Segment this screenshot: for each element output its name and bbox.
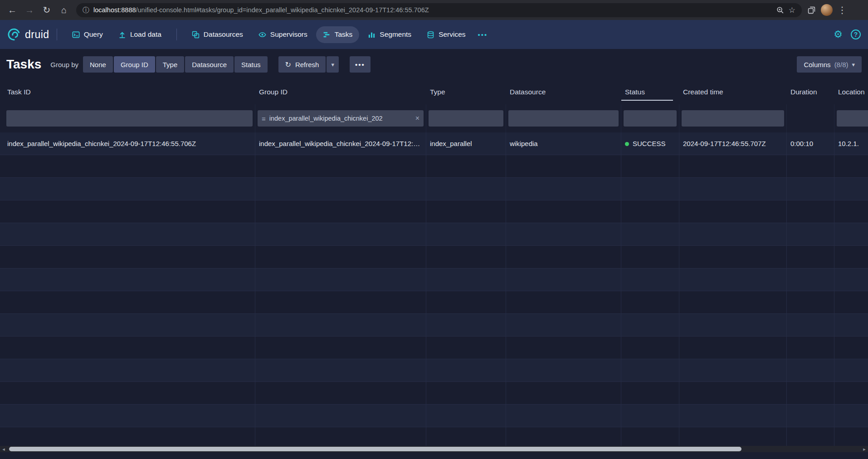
group-by-label: Group by (50, 61, 78, 68)
settings-gear-icon[interactable]: ⚙ (834, 29, 843, 40)
column-header-type[interactable]: Type (426, 80, 506, 104)
empty-cell (787, 427, 834, 446)
empty-cell (679, 291, 787, 313)
column-header-status[interactable]: Status (621, 80, 679, 104)
horizontal-scrollbar[interactable]: ◂ ▸ (0, 446, 868, 452)
group-by-group-id-button[interactable]: Group ID (114, 56, 155, 73)
group-by-type-button[interactable]: Type (156, 56, 185, 73)
cell-type[interactable]: index_parallel (426, 132, 506, 155)
profile-avatar[interactable] (821, 4, 833, 16)
home-icon[interactable]: ⌂ (56, 2, 72, 18)
column-header-created-time[interactable]: Created time (679, 80, 787, 104)
forward-icon[interactable]: → (22, 2, 37, 18)
column-header-location[interactable]: Location (834, 80, 868, 104)
task-row[interactable]: index_parallel_wikipedia_chicnkei_2024-0… (0, 132, 868, 155)
empty-cell (787, 359, 834, 381)
filter-cell (506, 104, 621, 132)
empty-row (0, 178, 868, 200)
empty-cell (506, 223, 621, 245)
refresh-icon: ↻ (285, 60, 291, 69)
empty-cell (679, 359, 787, 381)
nav-item-segments[interactable]: Segments (361, 26, 418, 43)
empty-cell (506, 200, 621, 223)
group-by-datasource-button[interactable]: Datasource (185, 56, 234, 73)
zoom-icon[interactable] (776, 6, 784, 14)
nav-item-services[interactable]: Services (420, 26, 472, 43)
database-icon (427, 31, 434, 39)
columns-label: Columns (804, 61, 830, 68)
cell-task-id[interactable]: index_parallel_wikipedia_chicnkei_2024-0… (0, 132, 255, 155)
status-filter-input[interactable] (624, 110, 677, 127)
created-time-filter-input[interactable] (682, 110, 784, 127)
nav-item-query[interactable]: Query (65, 26, 110, 43)
empty-cell (787, 223, 834, 245)
empty-cell (506, 405, 621, 427)
empty-cell (621, 291, 679, 313)
nav-more-icon[interactable]: ••• (473, 26, 493, 43)
table-header-row: Task ID Group ID Type Datasource Status … (0, 80, 868, 104)
bookmark-star-icon[interactable]: ☆ (789, 5, 795, 15)
type-filter-input[interactable] (429, 110, 503, 127)
nav-item-load-data[interactable]: Load data (112, 26, 168, 43)
empty-cell (426, 337, 506, 359)
column-header-datasource[interactable]: Datasource (506, 80, 621, 104)
group-by-status-button[interactable]: Status (234, 56, 268, 73)
group-by-none-button[interactable]: None (83, 56, 113, 73)
refresh-button[interactable]: ↻Refresh (278, 56, 326, 73)
scroll-left-icon[interactable]: ◂ (0, 446, 7, 452)
empty-cell (426, 382, 506, 404)
columns-button[interactable]: Columns (8/8) ▾ (797, 56, 862, 73)
nav-item-supervisors[interactable]: Supervisors (252, 26, 314, 43)
browser-menu-icon[interactable]: ⋮ (834, 2, 850, 18)
empty-cell (679, 246, 787, 268)
task-id-filter-input[interactable] (6, 110, 253, 127)
empty-row (0, 337, 868, 359)
filter-cell (426, 104, 506, 132)
cell-group-id[interactable]: index_parallel_wikipedia_chicnkei_2024-0… (255, 132, 426, 155)
cell-status[interactable]: SUCCESS (621, 132, 679, 155)
location-filter-input[interactable] (837, 110, 868, 127)
nav-label: Services (439, 30, 465, 39)
column-header-task-id[interactable]: Task ID (0, 80, 255, 104)
help-icon[interactable]: ? (851, 29, 861, 39)
nav-item-tasks[interactable]: Tasks (316, 26, 360, 43)
datasource-filter-input[interactable] (508, 110, 619, 127)
empty-cell (621, 246, 679, 268)
cell-location[interactable]: 10.2.1. (834, 132, 868, 155)
cell-datasource[interactable]: wikipedia (506, 132, 621, 155)
more-actions-button[interactable]: ••• (350, 56, 371, 73)
refresh-caret-button[interactable]: ▾ (327, 56, 339, 73)
back-icon[interactable]: ← (5, 2, 20, 18)
extensions-icon[interactable] (804, 2, 819, 18)
nav-item-datasources[interactable]: Datasources (185, 26, 250, 43)
empty-cell (787, 337, 834, 359)
empty-row (0, 427, 868, 446)
empty-cell (0, 314, 255, 336)
empty-cell (834, 246, 868, 268)
empty-cell (834, 427, 868, 446)
empty-row (0, 359, 868, 382)
cell-created-time[interactable]: 2024-09-17T12:46:55.707Z (679, 132, 787, 155)
query-icon (72, 31, 80, 39)
scroll-right-icon[interactable]: ▸ (861, 446, 868, 452)
reload-icon[interactable]: ↻ (39, 2, 54, 18)
druid-brand[interactable]: druid (7, 28, 49, 41)
column-header-group-id[interactable]: Group ID (255, 80, 426, 104)
empty-cell (621, 405, 679, 427)
empty-cell (426, 223, 506, 245)
empty-cell (506, 269, 621, 291)
cell-duration[interactable]: 0:00:10 (787, 132, 834, 155)
refresh-split-button: ↻Refresh ▾ (278, 56, 339, 73)
column-header-duration[interactable]: Duration (787, 80, 834, 104)
browser-toolbar: ← → ↻ ⌂ ⓘ localhost:8888/unified-console… (0, 0, 868, 20)
empty-cell (834, 269, 868, 291)
empty-cell (679, 200, 787, 223)
empty-cell (679, 382, 787, 404)
group-id-filter-input[interactable]: ≡ index_parallel_wikipedia_chicnkei_202 … (258, 110, 424, 127)
scrollbar-thumb[interactable] (9, 447, 741, 451)
url-bar[interactable]: ⓘ localhost:8888/unified-console.html#ta… (76, 3, 802, 17)
empty-cell (426, 200, 506, 223)
clear-filter-icon[interactable]: × (415, 114, 419, 122)
site-info-icon[interactable]: ⓘ (83, 6, 89, 15)
empty-cell (255, 246, 426, 268)
